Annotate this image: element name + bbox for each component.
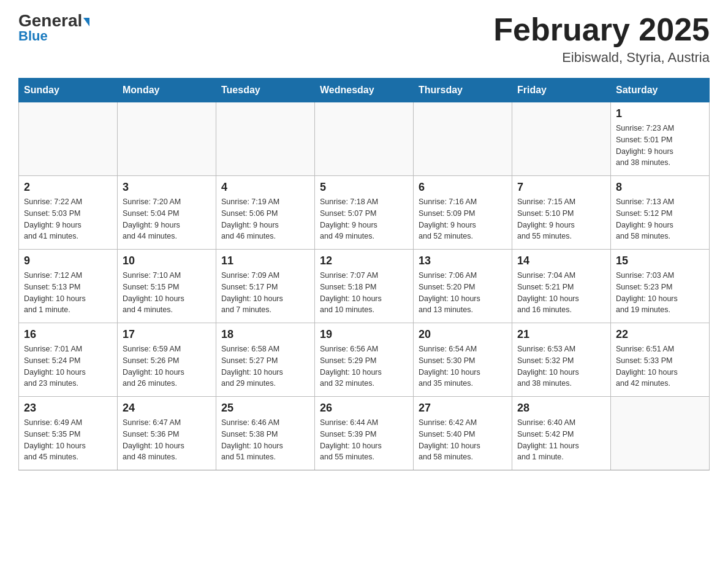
day-number: 11 xyxy=(221,255,309,267)
calendar-table: SundayMondayTuesdayWednesdayThursdayFrid… xyxy=(18,78,710,470)
day-info: Sunrise: 6:53 AM Sunset: 5:32 PM Dayligh… xyxy=(517,343,605,389)
calendar-cell xyxy=(611,397,710,470)
weekday-header-row: SundayMondayTuesdayWednesdayThursdayFrid… xyxy=(19,79,710,102)
logo-triangle-icon xyxy=(83,18,89,26)
day-info: Sunrise: 6:58 AM Sunset: 5:27 PM Dayligh… xyxy=(221,343,309,389)
calendar-week-row: 23Sunrise: 6:49 AM Sunset: 5:35 PM Dayli… xyxy=(19,397,710,470)
calendar-cell: 26Sunrise: 6:44 AM Sunset: 5:39 PM Dayli… xyxy=(315,397,414,470)
calendar-cell: 22Sunrise: 6:51 AM Sunset: 5:33 PM Dayli… xyxy=(611,323,710,397)
calendar-cell xyxy=(216,102,315,176)
day-info: Sunrise: 6:44 AM Sunset: 5:39 PM Dayligh… xyxy=(320,417,408,463)
day-info: Sunrise: 7:07 AM Sunset: 5:18 PM Dayligh… xyxy=(320,270,408,316)
day-info: Sunrise: 7:22 AM Sunset: 5:03 PM Dayligh… xyxy=(24,196,112,242)
day-number: 23 xyxy=(24,402,112,415)
day-info: Sunrise: 6:46 AM Sunset: 5:38 PM Dayligh… xyxy=(221,417,309,463)
day-number: 4 xyxy=(221,181,309,194)
main-title: February 2025 xyxy=(493,12,710,47)
weekday-header-wednesday: Wednesday xyxy=(315,79,414,102)
calendar-week-row: 9Sunrise: 7:12 AM Sunset: 5:13 PM Daylig… xyxy=(19,250,710,323)
calendar-cell: 8Sunrise: 7:13 AM Sunset: 5:12 PM Daylig… xyxy=(611,176,710,250)
calendar-cell: 7Sunrise: 7:15 AM Sunset: 5:10 PM Daylig… xyxy=(512,176,611,250)
day-info: Sunrise: 7:18 AM Sunset: 5:07 PM Dayligh… xyxy=(320,196,408,242)
day-info: Sunrise: 7:01 AM Sunset: 5:24 PM Dayligh… xyxy=(24,343,112,389)
day-number: 26 xyxy=(320,402,408,415)
day-info: Sunrise: 7:10 AM Sunset: 5:15 PM Dayligh… xyxy=(123,270,211,316)
day-info: Sunrise: 7:20 AM Sunset: 5:04 PM Dayligh… xyxy=(123,196,211,242)
calendar-cell: 20Sunrise: 6:54 AM Sunset: 5:30 PM Dayli… xyxy=(414,323,512,397)
day-info: Sunrise: 6:54 AM Sunset: 5:30 PM Dayligh… xyxy=(419,343,507,389)
calendar-cell xyxy=(512,102,611,176)
calendar-cell xyxy=(19,102,118,176)
calendar-cell: 17Sunrise: 6:59 AM Sunset: 5:26 PM Dayli… xyxy=(118,323,216,397)
day-info: Sunrise: 7:16 AM Sunset: 5:09 PM Dayligh… xyxy=(419,196,507,242)
calendar-cell: 25Sunrise: 6:46 AM Sunset: 5:38 PM Dayli… xyxy=(216,397,315,470)
day-number: 27 xyxy=(419,402,507,415)
subtitle: Eibiswald, Styria, Austria xyxy=(493,50,710,66)
calendar-cell: 3Sunrise: 7:20 AM Sunset: 5:04 PM Daylig… xyxy=(118,176,216,250)
day-info: Sunrise: 6:47 AM Sunset: 5:36 PM Dayligh… xyxy=(123,417,211,463)
day-number: 8 xyxy=(616,181,704,194)
calendar-cell: 2Sunrise: 7:22 AM Sunset: 5:03 PM Daylig… xyxy=(19,176,118,250)
day-info: Sunrise: 7:15 AM Sunset: 5:10 PM Dayligh… xyxy=(517,196,605,242)
day-info: Sunrise: 7:13 AM Sunset: 5:12 PM Dayligh… xyxy=(616,196,704,242)
logo-blue: Blue xyxy=(18,28,48,44)
calendar-cell: 12Sunrise: 7:07 AM Sunset: 5:18 PM Dayli… xyxy=(315,250,414,323)
calendar-cell: 10Sunrise: 7:10 AM Sunset: 5:15 PM Dayli… xyxy=(118,250,216,323)
calendar-cell: 28Sunrise: 6:40 AM Sunset: 5:42 PM Dayli… xyxy=(512,397,611,470)
calendar-body: 1Sunrise: 7:23 AM Sunset: 5:01 PM Daylig… xyxy=(19,102,710,470)
day-info: Sunrise: 6:40 AM Sunset: 5:42 PM Dayligh… xyxy=(517,417,605,463)
day-number: 20 xyxy=(419,328,507,341)
day-info: Sunrise: 7:06 AM Sunset: 5:20 PM Dayligh… xyxy=(419,270,507,316)
day-number: 21 xyxy=(517,328,605,341)
day-number: 19 xyxy=(320,328,408,341)
calendar-cell: 16Sunrise: 7:01 AM Sunset: 5:24 PM Dayli… xyxy=(19,323,118,397)
calendar-cell: 18Sunrise: 6:58 AM Sunset: 5:27 PM Dayli… xyxy=(216,323,315,397)
calendar-week-row: 16Sunrise: 7:01 AM Sunset: 5:24 PM Dayli… xyxy=(19,323,710,397)
day-info: Sunrise: 7:09 AM Sunset: 5:17 PM Dayligh… xyxy=(221,270,309,316)
day-info: Sunrise: 6:42 AM Sunset: 5:40 PM Dayligh… xyxy=(419,417,507,463)
day-number: 25 xyxy=(221,402,309,415)
weekday-header-thursday: Thursday xyxy=(414,79,512,102)
calendar-cell xyxy=(118,102,216,176)
day-number: 3 xyxy=(123,181,211,194)
day-info: Sunrise: 6:51 AM Sunset: 5:33 PM Dayligh… xyxy=(616,343,704,389)
day-number: 22 xyxy=(616,328,704,341)
day-info: Sunrise: 6:49 AM Sunset: 5:35 PM Dayligh… xyxy=(24,417,112,463)
calendar-cell: 23Sunrise: 6:49 AM Sunset: 5:35 PM Dayli… xyxy=(19,397,118,470)
logo-general: General xyxy=(18,12,89,29)
day-number: 24 xyxy=(123,402,211,415)
calendar-cell: 21Sunrise: 6:53 AM Sunset: 5:32 PM Dayli… xyxy=(512,323,611,397)
day-number: 5 xyxy=(320,181,408,194)
day-number: 15 xyxy=(616,255,704,267)
calendar-cell: 14Sunrise: 7:04 AM Sunset: 5:21 PM Dayli… xyxy=(512,250,611,323)
day-info: Sunrise: 7:04 AM Sunset: 5:21 PM Dayligh… xyxy=(517,270,605,316)
day-number: 10 xyxy=(123,255,211,267)
calendar-cell: 15Sunrise: 7:03 AM Sunset: 5:23 PM Dayli… xyxy=(611,250,710,323)
calendar-cell: 24Sunrise: 6:47 AM Sunset: 5:36 PM Dayli… xyxy=(118,397,216,470)
calendar-cell: 11Sunrise: 7:09 AM Sunset: 5:17 PM Dayli… xyxy=(216,250,315,323)
title-area: February 2025 Eibiswald, Styria, Austria xyxy=(493,12,710,66)
day-number: 9 xyxy=(24,255,112,267)
calendar-cell: 9Sunrise: 7:12 AM Sunset: 5:13 PM Daylig… xyxy=(19,250,118,323)
calendar-cell xyxy=(315,102,414,176)
day-info: Sunrise: 7:23 AM Sunset: 5:01 PM Dayligh… xyxy=(616,123,704,169)
day-number: 16 xyxy=(24,328,112,341)
day-number: 2 xyxy=(24,181,112,194)
calendar-cell: 13Sunrise: 7:06 AM Sunset: 5:20 PM Dayli… xyxy=(414,250,512,323)
weekday-header-sunday: Sunday xyxy=(19,79,118,102)
day-number: 7 xyxy=(517,181,605,194)
calendar-cell xyxy=(414,102,512,176)
calendar-header: SundayMondayTuesdayWednesdayThursdayFrid… xyxy=(19,79,710,102)
day-number: 13 xyxy=(419,255,507,267)
day-info: Sunrise: 7:19 AM Sunset: 5:06 PM Dayligh… xyxy=(221,196,309,242)
calendar-week-row: 2Sunrise: 7:22 AM Sunset: 5:03 PM Daylig… xyxy=(19,176,710,250)
day-number: 17 xyxy=(123,328,211,341)
day-info: Sunrise: 7:12 AM Sunset: 5:13 PM Dayligh… xyxy=(24,270,112,316)
calendar-cell: 19Sunrise: 6:56 AM Sunset: 5:29 PM Dayli… xyxy=(315,323,414,397)
calendar-cell: 1Sunrise: 7:23 AM Sunset: 5:01 PM Daylig… xyxy=(611,102,710,176)
calendar-cell: 5Sunrise: 7:18 AM Sunset: 5:07 PM Daylig… xyxy=(315,176,414,250)
logo: General Blue xyxy=(18,12,89,44)
day-number: 14 xyxy=(517,255,605,267)
weekday-header-saturday: Saturday xyxy=(611,79,710,102)
day-number: 28 xyxy=(517,402,605,415)
